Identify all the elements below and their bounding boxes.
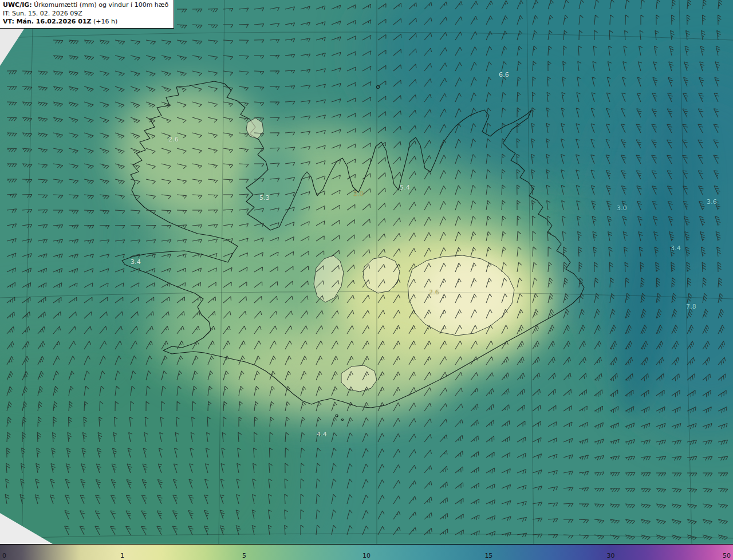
map-parameter-label: Úrkomumætti (mm) og vindur í 100m hæð [32,1,169,9]
colorbar-tick-label: 5 [242,552,246,559]
valid-time-line: VT: Mán. 16.02.2026 01Z (+16 h) [3,18,168,26]
colorbar-tick-label: 15 [484,552,492,559]
model-name: UWC/IG: [3,1,32,9]
colorbar-tick-label: 50 [723,552,731,559]
colorbar-ticks: 01510153050 [0,545,733,560]
lead-time: (+16 h) [92,18,118,25]
map-canvas [0,0,733,544]
valid-time: VT: Mán. 16.02.2026 01Z [3,18,92,25]
map-title-line: UWC/IG: Úrkomumætti (mm) og vindur í 100… [3,1,168,10]
weather-map-page: UWC/IG: Úrkomumætti (mm) og vindur í 100… [0,0,733,560]
colorbar-tick-label: 1 [120,552,124,559]
map-title-box: UWC/IG: Úrkomumætti (mm) og vindur í 100… [0,0,174,29]
colorbar-tick-label: 30 [607,552,615,559]
colorbar-tick-label: 0 [2,552,6,559]
init-time-line: IT: Sun. 15. 02. 2026 09Z [3,10,168,18]
colorbar-tick-label: 10 [362,552,371,559]
colorbar: 01510153050 [0,544,733,560]
